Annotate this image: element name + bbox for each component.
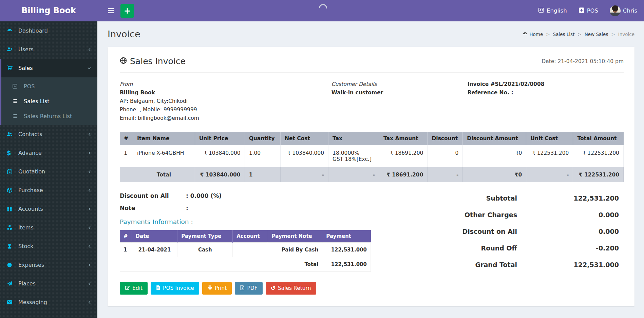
sidebar-subitem-label: Sales List — [24, 98, 50, 105]
col-header: Tax Amount — [379, 132, 428, 145]
language-icon — [538, 7, 544, 15]
edit-button[interactable]: Edit — [120, 282, 148, 295]
user-plus-icon — [7, 46, 14, 53]
sidebar-subitem-label: POS — [24, 83, 35, 90]
chevron-left-icon — [88, 282, 91, 286]
sales-submenu: POS Sales List Sales Returns List — [1, 77, 97, 125]
sidebar-subitem-pos[interactable]: POS — [1, 79, 97, 94]
dashboard-icon — [7, 28, 14, 34]
payment-note: Paid By Cash — [268, 242, 322, 257]
pdf-button[interactable]: PDF — [235, 282, 262, 295]
pos-shortcut[interactable]: POS — [579, 7, 598, 15]
breadcrumb-new-sales[interactable]: New Sales — [585, 32, 608, 37]
breadcrumb-sales-list[interactable]: Sales List — [553, 32, 575, 37]
sidebar-subitem-sales-returns-list[interactable]: Sales Returns List — [1, 109, 97, 124]
sidebar-item-label: Purchase — [18, 187, 43, 193]
item-tax: 18.0000% GST 18%[Exc.] — [328, 145, 379, 167]
edit-pencil-icon — [125, 285, 130, 292]
total-quantity: 1 — [245, 167, 280, 182]
sidebar-item-reports[interactable]: Reports — [0, 312, 97, 318]
sidebar-item-label: Stock — [18, 243, 33, 249]
sidebar-subitem-label: Sales Returns List — [24, 113, 72, 119]
breadcrumb-current: Invoice — [618, 32, 634, 37]
sidebar-toggle-icon[interactable] — [104, 4, 118, 18]
col-header: Date — [132, 230, 177, 243]
total-unit-cost: - — [526, 167, 573, 182]
reference-number: Reference No. : — [468, 89, 624, 97]
chevron-left-icon — [88, 300, 91, 304]
sidebar-item-items[interactable]: Items — [0, 218, 97, 237]
paper-plane-icon — [7, 281, 14, 287]
chevron-left-icon — [88, 188, 91, 192]
file-icon — [156, 285, 160, 292]
globe-icon — [120, 56, 127, 66]
invoice-card-title: Sales Invoice — [130, 56, 186, 66]
sidebar-item-label: Items — [18, 224, 34, 231]
sidebar-item-stock[interactable]: Stock — [0, 237, 97, 256]
col-header: Payment — [322, 230, 371, 243]
sidebar-item-label: Advance — [18, 150, 42, 156]
pos-label: POS — [587, 7, 598, 14]
col-header: Net Cost — [281, 132, 328, 145]
sidebar-item-places[interactable]: Places — [0, 274, 97, 293]
payment-row: 1 21-04-2021 Cash Paid By Cash 122,531.0… — [120, 242, 371, 257]
pos-invoice-button[interactable]: POS Invoice — [151, 282, 199, 295]
payments-table: # Date Payment Type Account Payment Note… — [120, 230, 371, 272]
seller-address: AP: Belgaum, City:Chikodi — [120, 97, 332, 106]
payment-date: 21-04-2021 — [132, 242, 177, 257]
total-discount: - — [428, 167, 463, 182]
sidebar-item-quotation[interactable]: Quotation — [0, 162, 97, 181]
language-menu[interactable]: English — [538, 7, 567, 15]
envelope-icon — [7, 299, 14, 305]
topnav: + English POS Chris — [97, 0, 644, 21]
item-unit-price: ₹ 103840.000 — [195, 145, 245, 167]
breadcrumb-home[interactable]: Home — [523, 31, 543, 37]
chevron-left-icon — [88, 244, 91, 248]
payment-amount: 122,531.000 — [322, 242, 371, 257]
user-menu[interactable]: Chris — [610, 5, 637, 16]
col-header: Payment Type — [177, 230, 233, 243]
summary-row-discount-on-all: Discount on All 0.000 — [434, 228, 619, 235]
col-header: Account — [233, 230, 268, 243]
cube-icon — [7, 187, 14, 193]
sidebar-item-advance[interactable]: $ Advance — [0, 144, 97, 162]
payment-sn: 1 — [120, 242, 132, 257]
sidebar-item-label: Accounts — [18, 206, 43, 212]
sidebar-item-dashboard[interactable]: Dashboard — [0, 21, 97, 40]
avatar — [610, 5, 621, 16]
summary-row-grand-total: Grand Total 122,531.000 — [434, 261, 619, 268]
items-table: # Item Name Unit Price Quantity Net Cost… — [120, 132, 624, 182]
sidebar-item-purchase[interactable]: Purchase — [0, 181, 97, 200]
chevron-left-icon — [88, 48, 91, 52]
note-label: Note — [120, 205, 186, 211]
customer-name: Walk-in customer — [332, 89, 468, 97]
item-net-cost: ₹ 103840.000 — [281, 145, 328, 167]
sidebar-item-expenses[interactable]: Expenses — [0, 256, 97, 274]
sidebar-subitem-sales-list[interactable]: Sales List — [1, 94, 97, 109]
col-header: # — [120, 132, 133, 145]
sidebar-item-label: Expenses — [18, 262, 44, 268]
sidebar-item-contacts[interactable]: Contacts — [0, 125, 97, 144]
discount-on-all-value: : 0.000 (%) — [186, 192, 222, 199]
chevron-down-icon — [87, 67, 91, 70]
sidebar-item-label: Quotation — [18, 168, 45, 175]
breadcrumb-separator: > — [577, 32, 581, 37]
col-header: Discount Amount — [463, 132, 526, 145]
sidebar-item-accounts[interactable]: Accounts — [0, 200, 97, 218]
item-name: iPhone X-64GBHH — [133, 145, 195, 167]
undo-icon: ↺ — [271, 285, 276, 291]
sidebar-item-sales[interactable]: Sales — [1, 59, 97, 77]
payment-type: Cash — [177, 242, 233, 257]
col-header: Quantity — [245, 132, 280, 145]
customer-details: Customer Details Walk-in customer — [332, 80, 468, 123]
quick-add-button[interactable]: + — [120, 4, 134, 18]
file-pdf-icon — [240, 285, 245, 292]
users-icon — [7, 131, 14, 137]
invoice-date: Date: 21-04-2021 05:10:40 pm — [542, 58, 624, 64]
sidebar-item-label: Messaging — [18, 299, 47, 305]
print-button[interactable]: Print — [202, 282, 232, 295]
sidebar-item-users[interactable]: Users — [0, 40, 97, 59]
app-logo[interactable]: Billing Book — [0, 0, 97, 21]
sidebar-item-messaging[interactable]: Messaging — [0, 293, 97, 312]
sales-return-button[interactable]: ↺ Sales Return — [266, 282, 316, 295]
